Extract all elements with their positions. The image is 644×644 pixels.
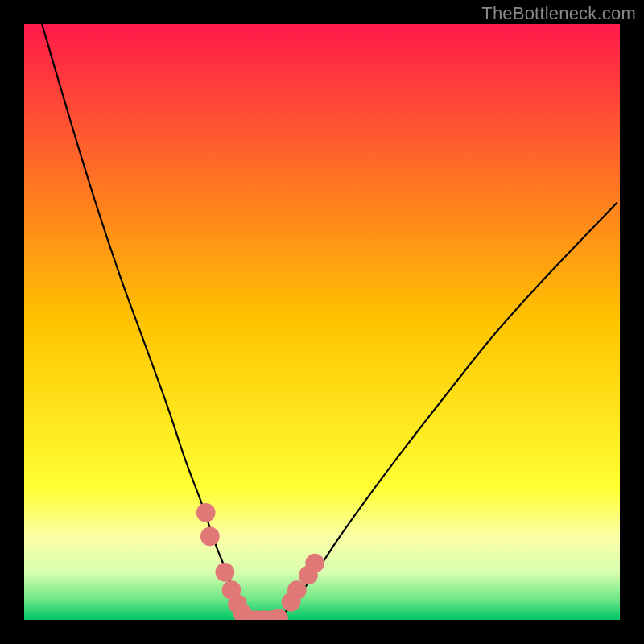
- chart-frame: TheBottleneck.com: [0, 0, 644, 644]
- gradient-background: [24, 24, 620, 620]
- marker-point: [200, 527, 220, 547]
- marker-point: [305, 554, 324, 573]
- marker-point: [196, 503, 216, 522]
- watermark-text: TheBottleneck.com: [481, 3, 636, 24]
- plot-area: [24, 24, 620, 620]
- chart-svg: [24, 24, 620, 620]
- marker-point: [216, 563, 235, 582]
